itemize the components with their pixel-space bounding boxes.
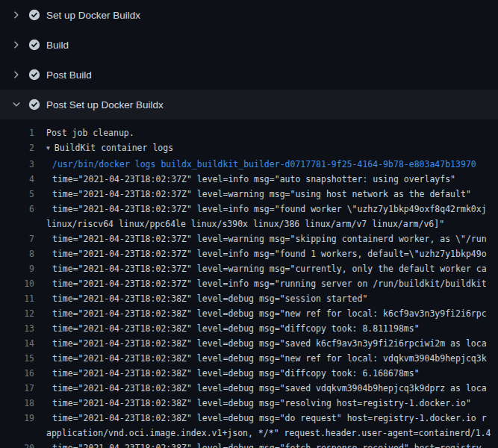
log-line[interactable]: 20time="2021-04-23T18:02:38Z" level=debu…: [0, 441, 498, 448]
log-line[interactable]: 8time="2021-04-23T18:02:37Z" level=info …: [0, 246, 498, 261]
line-number[interactable]: 16: [0, 366, 34, 381]
log-line[interactable]: 9time="2021-04-23T18:02:37Z" level=warni…: [0, 261, 498, 276]
log-line[interactable]: 19time="2021-04-23T18:02:38Z" level=debu…: [0, 411, 498, 426]
log-line[interactable]: 6time="2021-04-23T18:02:37Z" level=info …: [0, 202, 498, 217]
group-title: BuildKit container logs: [55, 143, 173, 153]
line-number[interactable]: [0, 426, 34, 441]
log-line[interactable]: 3/usr/bin/docker logs buildx_buildkit_bu…: [0, 157, 498, 172]
line-number[interactable]: 20: [0, 441, 34, 448]
line-number[interactable]: 19: [0, 411, 34, 426]
log-text: linux/riscv64 linux/ppc64le linux/s390x …: [34, 217, 444, 231]
line-number[interactable]: 6: [0, 202, 34, 217]
line-number[interactable]: 4: [0, 172, 34, 187]
workflow-log-panel: Set up Docker BuildxBuildPost Build Post…: [0, 0, 498, 448]
step-header-expanded[interactable]: Post Set up Docker Buildx: [0, 90, 498, 119]
log-line[interactable]: 13time="2021-04-23T18:02:38Z" level=debu…: [0, 321, 498, 336]
step-header-collapsed[interactable]: Set up Docker Buildx: [0, 0, 498, 30]
log-text: time="2021-04-23T18:02:38Z" level=debug …: [34, 336, 487, 351]
line-number[interactable]: 1: [0, 125, 34, 140]
line-number[interactable]: 9: [0, 261, 34, 276]
line-number[interactable]: 15: [0, 351, 34, 366]
check-circle-icon: [28, 69, 40, 81]
log-line[interactable]: 10time="2021-04-23T18:02:37Z" level=info…: [0, 276, 498, 291]
log-line[interactable]: 1Post job cleanup.: [0, 125, 498, 140]
step-header-collapsed[interactable]: Build: [0, 30, 498, 60]
line-number[interactable]: 8: [0, 246, 34, 261]
step-label: Set up Docker Buildx: [46, 10, 140, 21]
line-number[interactable]: 14: [0, 336, 34, 351]
log-line[interactable]: application/vnd.oci.image.index.v1+json,…: [0, 426, 498, 441]
line-number[interactable]: 17: [0, 381, 34, 396]
line-number[interactable]: 13: [0, 321, 34, 336]
log-text: time="2021-04-23T18:02:37Z" level=info m…: [34, 246, 487, 261]
log-line[interactable]: 15time="2021-04-23T18:02:38Z" level=debu…: [0, 351, 498, 366]
log-command-text: /usr/bin/docker logs buildx_buildkit_bui…: [34, 157, 476, 172]
log-lines: 1Post job cleanup.2▼BuildKit container l…: [0, 119, 498, 448]
log-text: time="2021-04-23T18:02:37Z" level=warnin…: [34, 261, 487, 276]
line-number[interactable]: [0, 217, 34, 231]
check-circle-icon: [28, 99, 40, 111]
log-text: time="2021-04-23T18:02:38Z" level=debug …: [34, 381, 487, 396]
log-line[interactable]: 12time="2021-04-23T18:02:38Z" level=debu…: [0, 306, 498, 321]
check-circle-icon: [28, 39, 40, 51]
log-text: time="2021-04-23T18:02:38Z" level=debug …: [34, 366, 420, 381]
line-number[interactable]: 11: [0, 291, 34, 306]
steps-list: Set up Docker BuildxBuildPost Build: [0, 0, 498, 90]
step-header-collapsed[interactable]: Post Build: [0, 60, 498, 90]
line-number[interactable]: 18: [0, 396, 34, 411]
step-label: Post Set up Docker Buildx: [46, 99, 164, 111]
log-text: time="2021-04-23T18:02:38Z" level=debug …: [34, 396, 471, 411]
chevron-right-icon: [10, 69, 22, 81]
log-line[interactable]: 4time="2021-04-23T18:02:37Z" level=info …: [0, 172, 498, 187]
log-line[interactable]: 11time="2021-04-23T18:02:38Z" level=debu…: [0, 291, 498, 306]
log-text: time="2021-04-23T18:02:37Z" level=info m…: [34, 202, 487, 217]
log-text: ▼BuildKit container logs: [34, 140, 173, 157]
chevron-down-icon: [10, 99, 22, 111]
log-text: time="2021-04-23T18:02:38Z" level=debug …: [34, 321, 420, 336]
log-text: time="2021-04-23T18:02:38Z" level=debug …: [34, 306, 487, 321]
line-number[interactable]: 12: [0, 306, 34, 321]
log-text: time="2021-04-23T18:02:38Z" level=debug …: [34, 351, 487, 366]
line-number[interactable]: 2: [0, 140, 34, 157]
log-text: time="2021-04-23T18:02:37Z" level=warnin…: [34, 187, 471, 202]
log-line[interactable]: linux/riscv64 linux/ppc64le linux/s390x …: [0, 217, 498, 231]
log-text: Post job cleanup.: [34, 125, 134, 140]
log-text: time="2021-04-23T18:02:37Z" level=warnin…: [34, 231, 487, 246]
log-line[interactable]: 2▼BuildKit container logs: [0, 140, 498, 157]
line-number[interactable]: 5: [0, 187, 34, 202]
log-text: time="2021-04-23T18:02:38Z" level=debug …: [34, 411, 487, 426]
log-line[interactable]: 7time="2021-04-23T18:02:37Z" level=warni…: [0, 231, 498, 246]
log-text: time="2021-04-23T18:02:38Z" level=debug …: [34, 291, 367, 306]
step-label: Post Build: [46, 69, 92, 81]
line-number[interactable]: 3: [0, 157, 34, 172]
line-number[interactable]: 7: [0, 231, 34, 246]
log-line[interactable]: 5time="2021-04-23T18:02:37Z" level=warni…: [0, 187, 498, 202]
log-line[interactable]: 16time="2021-04-23T18:02:38Z" level=debu…: [0, 366, 498, 381]
step-label: Build: [46, 40, 69, 51]
chevron-right-icon: [10, 9, 22, 21]
check-circle-icon: [28, 9, 40, 21]
log-line[interactable]: 18time="2021-04-23T18:02:38Z" level=debu…: [0, 396, 498, 411]
log-text: application/vnd.oci.image.index.v1+json,…: [34, 426, 491, 441]
log-line[interactable]: 14time="2021-04-23T18:02:38Z" level=debu…: [0, 336, 498, 351]
log-line[interactable]: 17time="2021-04-23T18:02:38Z" level=debu…: [0, 381, 498, 396]
log-text: time="2021-04-23T18:02:38Z" level=debug …: [34, 441, 487, 448]
chevron-right-icon: [10, 39, 22, 51]
triangle-down-icon[interactable]: ▼: [46, 141, 50, 156]
log-text: time="2021-04-23T18:02:37Z" level=info m…: [34, 276, 487, 291]
log-text: time="2021-04-23T18:02:37Z" level=info m…: [34, 172, 455, 187]
line-number[interactable]: 10: [0, 276, 34, 291]
